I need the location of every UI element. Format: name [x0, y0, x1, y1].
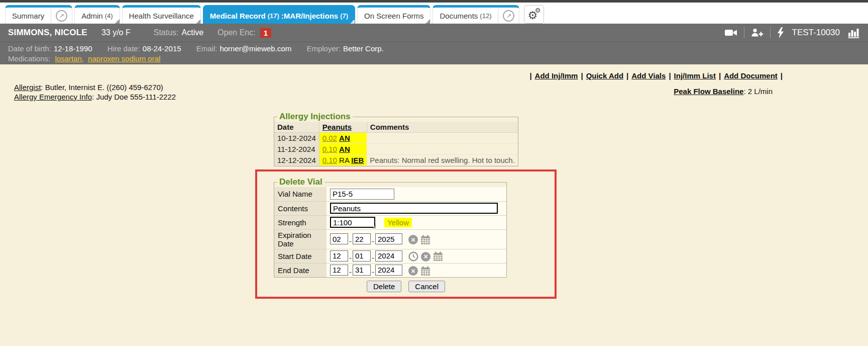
allergy-contacts: Allergist: Butler, Internist E. ((260) 4… — [14, 82, 176, 102]
start-month-field[interactable] — [330, 250, 348, 262]
tab-medical-record-label: Medical Record — [210, 12, 266, 20]
start-year-field[interactable] — [375, 250, 402, 262]
contents-field[interactable] — [330, 203, 498, 214]
injection-comment — [367, 144, 517, 155]
open-enc-label: Open Enc: — [218, 28, 256, 37]
medication-separator: , — [82, 54, 84, 63]
injection-date: 11-12-2024 — [274, 144, 319, 155]
tab-summary-label: Summary — [12, 12, 44, 20]
tab-health-surveillance[interactable]: Health Surveillance — [122, 5, 201, 24]
medications-label: Medications: — [8, 54, 50, 63]
add-inj-imm-link[interactable]: Add Inj/Imm — [535, 71, 578, 80]
tab-bar: Summary ↗ Admin (4) Health Surveillance … — [0, 3, 868, 24]
reaction-code: RA — [339, 156, 349, 164]
date-separator: - — [372, 237, 374, 245]
medication-link-losartan[interactable]: losartan — [55, 54, 81, 63]
delete-vial-form: Vial Name Contents Strength Yel — [274, 187, 506, 277]
add-person-icon[interactable] — [751, 28, 764, 38]
pipe-separator: | — [669, 71, 671, 80]
tab-on-screen-forms[interactable]: On Screen Forms — [357, 5, 430, 24]
date-separator: - — [349, 268, 352, 276]
delete-vial-panel: Delete Vial Vial Name Contents Strength — [274, 177, 507, 278]
end-month-field[interactable] — [330, 265, 348, 276]
expiration-year-field[interactable] — [375, 233, 402, 244]
tab-fold-icon — [196, 19, 200, 24]
cancel-button[interactable]: Cancel — [408, 281, 445, 292]
add-vials-link[interactable]: Add Vials — [631, 71, 666, 80]
strength-color-tag: Yellow — [384, 218, 412, 227]
tab-documents[interactable]: Documents (12) ↗ — [432, 5, 519, 24]
end-day-field[interactable] — [353, 265, 371, 276]
pipe-separator: | — [626, 71, 628, 80]
strength-field[interactable] — [330, 217, 375, 228]
end-date-label: End Date — [274, 263, 327, 277]
tab-fold-icon — [115, 19, 120, 24]
pipe-separator: | — [719, 71, 721, 80]
vial-name-label: Vial Name — [274, 187, 327, 201]
divider — [770, 27, 771, 38]
quick-add-link[interactable]: Quick Add — [586, 71, 623, 80]
start-day-field[interactable] — [353, 250, 371, 262]
add-document-link[interactable]: Add Document — [724, 71, 778, 80]
dob-label: Date of birth: — [8, 44, 51, 53]
reaction-code-link[interactable]: AN — [339, 145, 350, 153]
delete-button[interactable]: Delete — [367, 281, 401, 292]
tab-admin[interactable]: Admin (4) — [74, 5, 120, 24]
dose-link[interactable]: 0.10 — [322, 156, 337, 164]
tab-summary[interactable]: Summary ↗ — [5, 5, 72, 24]
end-year-field[interactable] — [375, 265, 402, 276]
date-separator: - — [372, 253, 374, 262]
allergy-emergency-info-link[interactable]: Allergy Emergency Info — [14, 93, 92, 101]
calendar-icon[interactable] — [420, 235, 430, 245]
expiration-month-field[interactable] — [330, 233, 348, 244]
dose-link[interactable]: 0.10 — [322, 145, 337, 153]
date-separator: - — [349, 253, 352, 262]
table-row: 12-12-2024 0.10 RA IEB Peanuts: Normal r… — [274, 155, 518, 166]
lightning-bolt-icon[interactable] — [777, 27, 784, 38]
open-enc-badge[interactable]: 1 — [260, 28, 271, 38]
clear-date-icon[interactable]: × — [408, 266, 418, 276]
quick-links-row: |Add Inj/Imm|Quick Add|Add Vials|Inj/Imm… — [529, 71, 783, 80]
peak-flow-baseline-link[interactable]: Peak Flow Baseline — [674, 87, 743, 96]
tab-fold-icon — [425, 19, 430, 24]
pipe-separator: | — [781, 71, 783, 80]
allergist-link[interactable]: Allergist — [14, 83, 41, 92]
hire-date-label: Hire date: — [107, 44, 140, 53]
external-link-icon: ↗ — [56, 10, 67, 22]
clear-date-icon[interactable]: × — [421, 252, 430, 262]
injection-date: 12-12-2024 — [274, 155, 319, 166]
divider — [744, 27, 744, 38]
resize-handle-icon[interactable] — [372, 225, 376, 228]
delete-vial-title: Delete Vial — [277, 177, 324, 187]
vial-name-field[interactable] — [330, 189, 394, 200]
expiration-day-field[interactable] — [353, 233, 371, 244]
date-separator: - — [372, 268, 374, 276]
peak-flow-baseline-value: : 2 L/min — [743, 87, 773, 96]
reaction-code-link[interactable]: AN — [339, 134, 350, 142]
tab-documents-popout[interactable]: ↗ — [498, 8, 519, 24]
dob-value: 12-18-1990 — [54, 44, 92, 53]
clear-date-icon[interactable]: × — [408, 235, 418, 244]
injection-comment: Peanuts: Normal red swelling. Hot to tou… — [367, 155, 517, 166]
clock-icon[interactable] — [408, 251, 418, 262]
flowsheet-chart-icon[interactable] — [848, 27, 860, 38]
calendar-icon[interactable] — [420, 266, 430, 276]
table-row: 11-12-2024 0.10 AN — [274, 144, 518, 155]
settings-button[interactable]: ⚙ ⚙ — [524, 5, 544, 24]
x-glyph: × — [408, 266, 418, 276]
tab-documents-label: Documents — [440, 12, 478, 20]
reaction-code-link[interactable]: IEB — [351, 156, 364, 164]
tab-medical-record-subcount: (7) — [340, 12, 348, 20]
tab-medical-record[interactable]: Medical Record (17) :MAR/Injections (7) — [203, 5, 355, 24]
hire-date-value: 08-24-2015 — [143, 44, 181, 53]
medication-link-naproxen[interactable]: naproxen sodium oral — [88, 54, 160, 63]
inj-imm-list-link[interactable]: Inj/Imm List — [674, 71, 716, 80]
video-camera-icon[interactable] — [724, 28, 737, 38]
tab-summary-popout[interactable]: ↗ — [51, 8, 72, 24]
calendar-icon[interactable] — [433, 251, 443, 262]
expiration-date-label: Expiration Date — [274, 229, 327, 249]
status-value: Active — [182, 28, 204, 37]
column-header-peanuts-link[interactable]: Peanuts — [322, 123, 352, 131]
gear-small-icon: ⚙ — [535, 7, 541, 14]
dose-link[interactable]: 0.02 — [322, 134, 337, 142]
